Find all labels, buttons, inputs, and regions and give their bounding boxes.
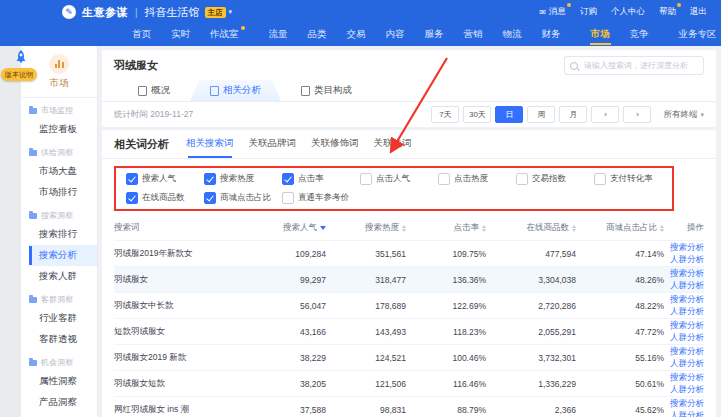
shop-switch-caret-icon[interactable]: ▾ [229,8,233,16]
metric-搜索热度[interactable]: 搜索热度 [204,173,282,185]
topbar-item-消息[interactable]: ✉消息 [539,6,566,18]
sidebar-item-监控看板[interactable]: 监控看板 [21,119,97,140]
metric-label: 直通车参考价 [298,192,349,204]
checkbox-点击人气[interactable] [360,173,372,185]
sidebar-item-客群透视[interactable]: 客群透视 [21,329,97,350]
cell-keyword: 羽绒服2019年新款女 [114,248,254,260]
metric-点击人气[interactable]: 点击人气 [360,173,438,185]
nav-item-品类[interactable]: 品类 [298,24,337,46]
action-link-搜索分析[interactable]: 搜索分析 [670,398,704,409]
nav-item-财务[interactable]: 财务 [532,24,571,46]
checkbox-交易指数[interactable] [516,173,528,185]
checkbox-点击热度[interactable] [438,173,450,185]
sidebar-group-label: 市场监控 [41,105,73,116]
action-link-人群分析[interactable]: 人群分析 [670,254,704,265]
column-header-搜索热度[interactable]: 搜索热度 [326,222,406,234]
topbar-item-订购[interactable]: 订购 [580,6,597,18]
action-link-人群分析[interactable]: 人群分析 [670,332,704,343]
tab-概况[interactable]: 概况 [118,80,190,101]
sidebar-item-搜索分析[interactable]: 搜索分析 [21,245,97,266]
action-link-人群分析[interactable]: 人群分析 [670,280,704,291]
cell-value: 99,297 [254,275,326,285]
nav-item-物流[interactable]: 物流 [493,24,532,46]
metric-支付转化率[interactable]: 支付转化率 [594,173,672,185]
subtab-关联品牌词[interactable]: 关联品牌词 [249,137,297,152]
sidebar-item-市场大盘[interactable]: 市场大盘 [21,161,97,182]
checkbox-点击率[interactable] [282,173,294,185]
tab-类目构成[interactable]: 类目构成 [281,80,372,101]
sidebar-item-搜索排行[interactable]: 搜索排行 [21,224,97,245]
nav-item-作战室[interactable]: 作战室 [200,24,249,46]
subtab-关联修饰词[interactable]: 关联修饰词 [311,137,359,152]
action-link-人群分析[interactable]: 人群分析 [670,384,704,395]
checkbox-搜索人气[interactable] [126,173,138,185]
nav-item-流量[interactable]: 流量 [259,24,298,46]
checkbox-搜索热度[interactable] [204,173,216,185]
date-button-7天[interactable]: 7天 [431,106,459,123]
nav-item-交易[interactable]: 交易 [337,24,376,46]
date-button-日[interactable]: 日 [495,106,523,123]
notification-dot [241,26,245,30]
metric-点击热度[interactable]: 点击热度 [438,173,516,185]
nav-item-服务[interactable]: 服务 [415,24,454,46]
topbar-item-个人中心[interactable]: 个人中心 [611,6,645,18]
metric-直通车参考价[interactable]: 直通车参考价 [282,192,360,204]
action-link-搜索分析[interactable]: 搜索分析 [670,320,704,331]
keyword-search-input[interactable] [582,60,698,71]
sidebar-item-搜索人群[interactable]: 搜索人群 [21,266,97,287]
action-link-人群分析[interactable]: 人群分析 [670,410,704,417]
nav-item-竞争[interactable]: 竞争 [620,24,659,46]
action-link-人群分析[interactable]: 人群分析 [670,306,704,317]
left-rail: 版本说明 [0,46,21,417]
topbar-item-label: 个人中心 [611,6,645,18]
cell-value: 50.61% [576,379,664,389]
terminal-select[interactable]: 所有终端 ▾ [663,109,704,121]
metric-商城点击占比[interactable]: 商城点击占比 [204,192,282,204]
nav-item-业务专区[interactable]: 业务专区 [669,24,721,46]
column-header-商城点击占比[interactable]: 商城点击占比 [576,222,664,234]
action-link-搜索分析[interactable]: 搜索分析 [670,242,704,253]
nav-item-市场[interactable]: 市场 [581,24,620,46]
keyword-title: 羽绒服女 [114,58,158,73]
sidebar-item-行业客群[interactable]: 行业客群 [21,308,97,329]
column-header-搜索人气[interactable]: 搜索人气 [254,222,326,234]
checkbox-商城点击占比[interactable] [204,192,216,204]
metric-在线商品数[interactable]: 在线商品数 [126,192,204,204]
column-header-在线商品数[interactable]: 在线商品数 [486,222,576,234]
nav-item-首页[interactable]: 首页 [122,24,161,46]
checkbox-直通车参考价[interactable] [282,192,294,204]
date-button-月[interactable]: 月 [559,106,587,123]
action-link-搜索分析[interactable]: 搜索分析 [670,294,704,305]
header-user-menu: ✉消息订购个人中心帮助退出 [539,6,707,18]
sidebar-item-产品洞察[interactable]: 产品洞察 [21,392,97,413]
subtab-关联热词[interactable]: 关联热词 [374,137,412,152]
shop-badge[interactable]: 主店 [205,7,226,18]
checkbox-支付转化率[interactable] [594,173,606,185]
topbar-item-帮助[interactable]: 帮助 [659,6,676,18]
nav-item-营销[interactable]: 营销 [454,24,493,46]
nav-item-实时[interactable]: 实时 [161,24,200,46]
rocket-icon[interactable] [14,50,28,70]
subtab-相关搜索词[interactable]: 相关搜索词 [186,137,234,152]
sidebar-item-市场排行[interactable]: 市场排行 [21,182,97,203]
column-header-点击率[interactable]: 点击率 [406,222,486,234]
action-link-人群分析[interactable]: 人群分析 [670,358,704,369]
topbar-item-退出[interactable]: 退出 [690,6,707,18]
date-button-30天[interactable]: 30天 [463,106,491,123]
tab-相关分析[interactable]: 相关分析 [190,80,281,101]
action-link-搜索分析[interactable]: 搜索分析 [670,346,704,357]
metric-label: 搜索热度 [220,173,254,185]
action-link-搜索分析[interactable]: 搜索分析 [670,372,704,383]
metric-点击率[interactable]: 点击率 [282,173,360,185]
cell-value: 318,477 [326,275,406,285]
sidebar-item-属性洞察[interactable]: 属性洞察 [21,371,97,392]
metric-搜索人气[interactable]: 搜索人气 [126,173,204,185]
date-button-周[interactable]: 周 [527,106,555,123]
action-link-搜索分析[interactable]: 搜索分析 [670,268,704,279]
nav-item-内容[interactable]: 内容 [376,24,415,46]
pager-next-button[interactable]: › [623,106,651,123]
pager-prev-button[interactable]: ‹ [591,106,619,123]
checkbox-在线商品数[interactable] [126,192,138,204]
metric-交易指数[interactable]: 交易指数 [516,173,594,185]
version-note-badge[interactable]: 版本说明 [1,68,37,81]
